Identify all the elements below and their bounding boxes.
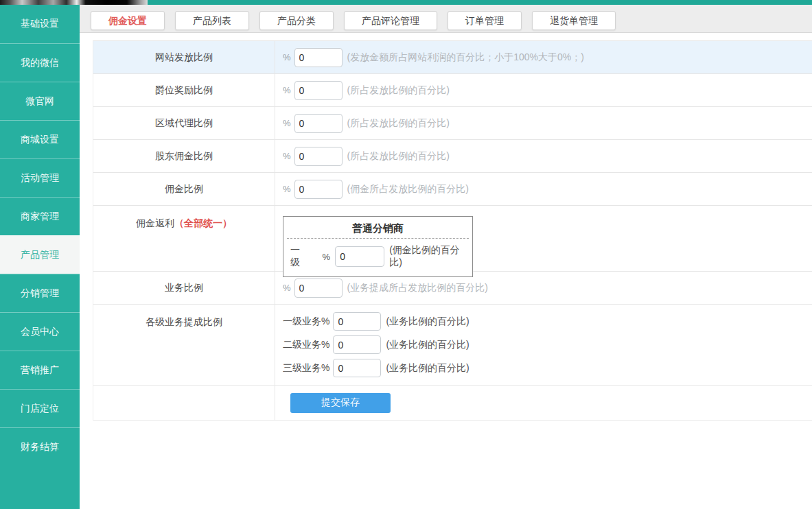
submit-save-button[interactable]: 提交保存 — [290, 393, 391, 413]
row-label: 佣金比例 — [93, 173, 275, 205]
percent-prefix: % — [283, 283, 291, 293]
level2-business-input[interactable] — [333, 335, 381, 354]
level3-business-label: 三级业务% — [283, 362, 329, 375]
level2-business-row: 二级业务% (业务比例的百分比) — [283, 335, 469, 354]
tab-order-management[interactable]: 订单管理 — [448, 11, 522, 30]
row-label: 各级业务提成比例 — [93, 305, 275, 385]
row-hint: (业务比例的百分比) — [386, 339, 469, 351]
row-label: 股东佣金比例 — [93, 140, 275, 172]
row-label: 佣金返利 — [136, 217, 174, 230]
row-hint: (业务提成所占发放比例的百分比) — [347, 282, 488, 294]
rebate-level1-input[interactable] — [335, 246, 384, 267]
form-row-website-payout-ratio: 网站发放比例 % (发放金额所占网站利润的百分比；小于100%大于0%；) — [93, 41, 812, 74]
form-row-business-ratio: 业务比例 % (业务提成所占发放比例的百分比) — [93, 272, 812, 305]
shareholder-commission-ratio-input[interactable] — [294, 147, 343, 166]
row-hint: (业务比例的百分比) — [386, 362, 469, 375]
sidebar-item-finance-settlement[interactable]: 财务结算 — [0, 427, 80, 466]
level3-business-input[interactable] — [333, 359, 381, 377]
percent-prefix: % — [283, 151, 291, 161]
form-row-submit: 提交保存 — [93, 386, 812, 421]
sidebar-item-basic-settings[interactable]: 基础设置 — [0, 5, 80, 43]
row-hint: (发放金额所占网站利润的百分比；小于100%大于0%；) — [347, 51, 584, 64]
row-label: 业务比例 — [93, 272, 275, 304]
level3-business-row: 三级业务% (业务比例的百分比) — [283, 359, 469, 377]
rebate-distributor-box: 普通分销商 一级 % (佣金比例的百分比) — [283, 216, 473, 277]
form-row-business-level-ratios: 各级业务提成比例 一级业务% (业务比例的百分比) 二级业务% (业务比例的百分… — [93, 305, 812, 386]
header-photo-strip — [0, 0, 148, 5]
commission-settings-form: 网站发放比例 % (发放金额所占网站利润的百分比；小于100%大于0%；) 爵位… — [93, 40, 812, 421]
sidebar-item-member-center[interactable]: 会员中心 — [0, 312, 80, 351]
row-label: 爵位奖励比例 — [93, 74, 275, 106]
title-reward-ratio-input[interactable] — [294, 81, 343, 100]
sidebar-item-distribution-management[interactable]: 分销管理 — [0, 274, 80, 312]
sidebar: 基础设置 我的微信 微官网 商城设置 活动管理 商家管理 产品管理 分销管理 会… — [0, 5, 80, 509]
row-hint: (业务比例的百分比) — [386, 316, 469, 328]
level1-business-input[interactable] — [333, 312, 381, 331]
regional-agent-ratio-input[interactable] — [294, 114, 343, 133]
commission-ratio-input[interactable] — [294, 180, 343, 199]
business-ratio-input[interactable] — [294, 279, 343, 298]
tab-product-list[interactable]: 产品列表 — [175, 11, 249, 30]
rebate-unified-note: （全部统一） — [174, 217, 232, 230]
percent-prefix: % — [283, 85, 291, 95]
level1-business-label: 一级业务% — [283, 316, 329, 328]
sidebar-item-my-wechat[interactable]: 我的微信 — [0, 43, 80, 82]
sidebar-item-product-management[interactable]: 产品管理 — [0, 235, 80, 274]
tab-return-orders[interactable]: 退货单管理 — [532, 11, 616, 30]
level2-business-label: 二级业务% — [283, 339, 329, 351]
form-row-regional-agent-ratio: 区域代理比例 % (所占发放比例的百分比) — [93, 107, 812, 140]
rebate-box-title: 普通分销商 — [283, 217, 472, 238]
sidebar-item-merchant-management[interactable]: 商家管理 — [0, 197, 80, 235]
form-row-commission-rebate: 佣金返利（全部统一） 普通分销商 一级 % (佣金比例的百分比) — [93, 206, 812, 272]
sidebar-item-store-location[interactable]: 门店定位 — [0, 389, 80, 427]
sidebar-item-activity-management[interactable]: 活动管理 — [0, 158, 80, 197]
level1-business-row: 一级业务% (业务比例的百分比) — [283, 312, 469, 331]
row-label: 网站发放比例 — [93, 41, 275, 73]
row-hint: (所占发放比例的百分比) — [347, 150, 450, 163]
row-label-empty — [93, 386, 275, 420]
form-row-shareholder-commission-ratio: 股东佣金比例 % (所占发放比例的百分比) — [93, 140, 812, 173]
tab-commission-settings[interactable]: 佣金设置 — [91, 11, 165, 30]
row-hint: (所占发放比例的百分比) — [347, 84, 450, 97]
percent-prefix: % — [283, 118, 291, 128]
rebate-level-label: 一级 — [290, 244, 308, 269]
row-hint: (佣金比例的百分比) — [389, 244, 465, 269]
tab-product-reviews[interactable]: 产品评论管理 — [344, 11, 437, 30]
form-row-commission-ratio: 佣金比例 % (佣金所占发放比例的百分比) — [93, 173, 812, 206]
percent-prefix: % — [323, 252, 331, 262]
percent-prefix: % — [283, 52, 291, 62]
row-label: 区域代理比例 — [93, 107, 275, 139]
form-row-title-reward-ratio: 爵位奖励比例 % (所占发放比例的百分比) — [93, 74, 812, 107]
row-hint: (佣金所占发放比例的百分比) — [347, 183, 469, 196]
tab-product-categories[interactable]: 产品分类 — [259, 11, 334, 30]
tab-list: 佣金设置 产品列表 产品分类 产品评论管理 订单管理 退货单管理 — [80, 5, 812, 30]
tab-bar: 佣金设置 产品列表 产品分类 产品评论管理 订单管理 退货单管理 — [80, 5, 812, 33]
sidebar-item-marketing-promotion[interactable]: 营销推广 — [0, 351, 80, 389]
sidebar-item-mall-settings[interactable]: 商城设置 — [0, 120, 80, 158]
sidebar-item-micro-site[interactable]: 微官网 — [0, 82, 80, 120]
row-hint: (所占发放比例的百分比) — [347, 117, 450, 130]
website-payout-ratio-input[interactable] — [294, 48, 343, 67]
percent-prefix: % — [283, 184, 291, 194]
